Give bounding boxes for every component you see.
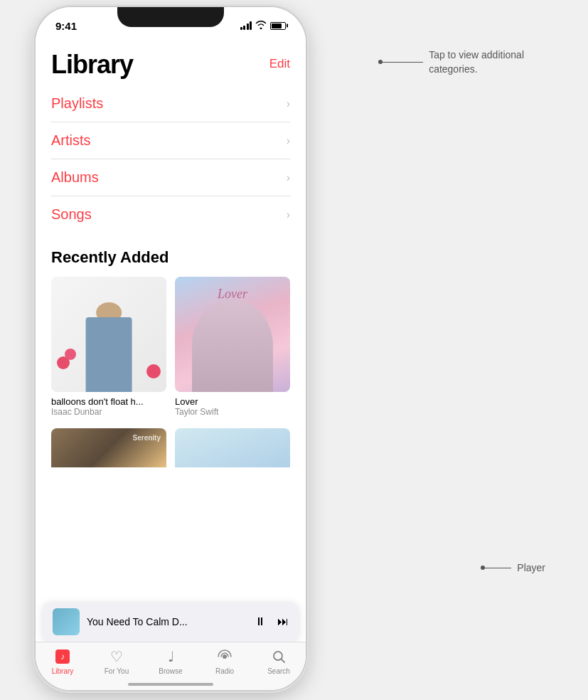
tab-library[interactable]: Library [36, 648, 90, 675]
edit-button[interactable]: Edit [269, 57, 290, 71]
mini-player-art [53, 608, 80, 635]
heart-icon: ♡ [107, 648, 126, 665]
album-cover-balloons [51, 277, 166, 392]
wifi-icon [255, 21, 267, 31]
battery-icon [270, 22, 286, 30]
tab-for-you-label: For You [105, 667, 129, 675]
browse-icon: ♩ [161, 648, 180, 665]
status-icons [240, 21, 287, 31]
album-cover-lover: Lover [175, 277, 290, 392]
tab-library-label: Library [52, 667, 74, 675]
albums-grid: balloons don't float h... Isaac Dunbar L… [51, 277, 290, 417]
mini-player-title: You Need To Calm D... [87, 616, 247, 627]
album-artist-lover: Taylor Swift [175, 407, 290, 417]
recently-added-section: Recently Added balloons don't float h... [36, 233, 306, 425]
album-card-balloons[interactable]: balloons don't float h... Isaac Dunbar [51, 277, 166, 417]
mini-player[interactable]: You Need To Calm D... ⏸ ⏭ [43, 602, 299, 642]
radio-icon [215, 648, 234, 665]
tab-search-label: Search [267, 667, 290, 675]
albums-chevron: › [287, 171, 290, 184]
screen: Library Edit Playlists › Artists › Album… [36, 38, 306, 690]
pause-button[interactable]: ⏸ [255, 615, 266, 628]
mini-player-controls: ⏸ ⏭ [255, 615, 289, 628]
album-title-lover: Lover [175, 396, 290, 407]
tab-radio[interactable]: Radio [198, 648, 252, 675]
album-title-balloons: balloons don't float h... [51, 396, 166, 407]
player-callout: Player [483, 562, 545, 573]
library-item-albums[interactable]: Albums › [51, 159, 290, 196]
library-item-songs[interactable]: Songs › [51, 196, 290, 233]
tab-for-you[interactable]: ♡ For You [90, 648, 144, 675]
tab-browse[interactable]: ♩ Browse [144, 648, 198, 675]
callout-player-text: Player [517, 562, 545, 573]
library-item-artists[interactable]: Artists › [51, 122, 290, 159]
page-title: Library [51, 50, 133, 80]
notch [117, 7, 224, 27]
album-card-lover[interactable]: Lover Lover Taylor Swift [175, 277, 290, 417]
header: Library Edit [36, 38, 306, 85]
home-indicator [128, 683, 213, 686]
callout-text: Tap to view additionalcategories. [429, 48, 524, 76]
library-item-playlists[interactable]: Playlists › [51, 85, 290, 122]
artists-label: Artists [51, 132, 91, 149]
album-partial-2[interactable] [175, 428, 290, 467]
callout-player-line [483, 568, 511, 568]
callout-line [380, 62, 423, 63]
recently-added-title: Recently Added [51, 248, 290, 267]
album-artist-balloons: Isaac Dunbar [51, 407, 166, 417]
songs-chevron: › [287, 208, 290, 221]
songs-label: Songs [51, 206, 92, 223]
phone-frame: 9:41 Library Edit [36, 7, 306, 690]
album-partial-1[interactable]: Serenity [51, 428, 166, 467]
skip-button[interactable]: ⏭ [277, 615, 289, 628]
svg-point-0 [223, 654, 227, 659]
edit-callout: Tap to view additionalcategories. [380, 48, 524, 76]
tab-radio-label: Radio [215, 667, 234, 675]
status-time: 9:41 [55, 20, 77, 32]
signal-icon [240, 21, 252, 30]
albums-row-partial: Serenity [36, 428, 306, 467]
playlists-label: Playlists [51, 95, 103, 112]
artists-chevron: › [287, 134, 290, 147]
search-icon [269, 648, 288, 665]
tab-browse-label: Browse [159, 667, 182, 675]
albums-label: Albums [51, 169, 99, 186]
playlists-chevron: › [287, 97, 290, 110]
library-icon [53, 648, 72, 665]
library-list: Playlists › Artists › Albums › Songs › [36, 85, 306, 233]
tab-search[interactable]: Search [252, 648, 306, 675]
